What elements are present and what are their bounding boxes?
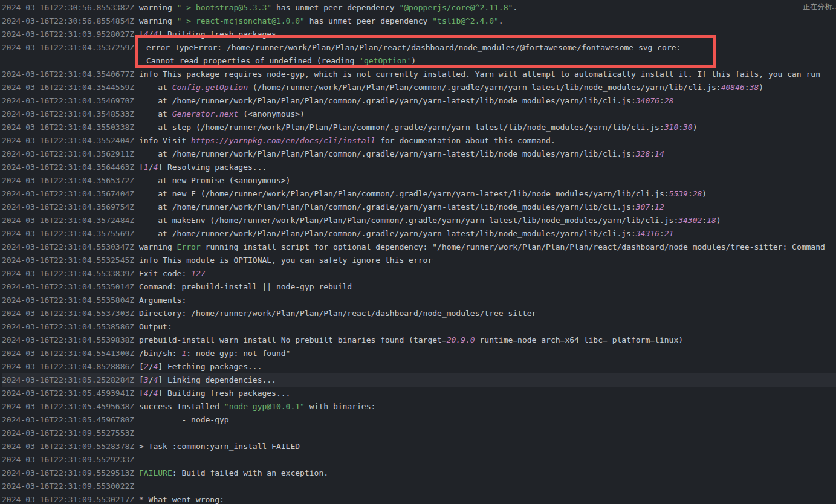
log-line: 2024-03-16T22:31:04.3537259Zerror TypeEr… (2, 41, 836, 54)
log-timestamp: 2024-03-16T22:31:09.5529513Z (2, 467, 139, 480)
log-text: 40846 (721, 83, 745, 92)
log-timestamp: 2024-03-16T22:31:04.5537303Z (2, 307, 139, 320)
log-text: 307 (636, 202, 650, 212)
log-line: 2024-03-16T22:31:04.5537303ZDirectory: /… (2, 307, 836, 320)
log-line: 2024-03-16T22:31:09.5528378Z> Task :comm… (2, 440, 836, 453)
log-text: "node-gyp@10.0.1" (224, 402, 305, 411)
log-line: 2024-03-16T22:31:04.5539838Zprebuild-ins… (2, 334, 836, 347)
log-text: [ (139, 30, 144, 39)
log-text: Command: prebuild-install || node-gyp re… (139, 282, 352, 291)
log-timestamp: 2024-03-16T22:31:04.3552404Z (2, 134, 139, 147)
log-text: Error (177, 242, 201, 251)
log-text: 2 (144, 362, 149, 371)
log-text: warning (139, 242, 177, 251)
log-text: 'getOption' (359, 56, 411, 65)
log-line: 2024-03-16T22:31:04.3567404Z at new F (/… (2, 187, 836, 201)
log-text: 5539 (669, 189, 688, 198)
log-line: 2024-03-16T22:31:05.4593941Z[4/4] Buildi… (2, 387, 836, 400)
log-line: 2024-03-16T22:30:56.8553382Zwarning " > … (2, 1, 836, 15)
log-text: 21 (664, 229, 674, 238)
log-line: 2024-03-16T22:31:04.3572484Z at makeEnv … (2, 214, 836, 227)
log-text: at step (/home/runner/work/Plan/Plan/Pla… (139, 123, 664, 132)
log-text: [ (139, 163, 144, 172)
log-timestamp: 2024-03-16T22:31:04.3567404Z (2, 187, 139, 201)
log-text: prebuild-install warn install No prebuil… (139, 335, 447, 344)
log-text: "tslib@^2.4.0" (432, 16, 499, 25)
log-text: Cannot read properties of undefined (rea… (146, 56, 359, 65)
log-text: ) (693, 123, 698, 132)
log-text: ) (411, 56, 416, 65)
log-timestamp: 2024-03-16T22:31:09.5530217Z (2, 493, 139, 504)
log-timestamp: 2024-03-16T22:31:04.3564463Z (2, 161, 139, 174)
log-text: warning (139, 16, 177, 25)
log-text: ] Building fresh packages... (158, 30, 290, 39)
log-text: . (513, 3, 517, 12)
log-text: 34302 (678, 216, 702, 225)
log-text: 3 (144, 375, 149, 384)
log-text: 28 (693, 189, 702, 198)
log-text: at /home/runner/work/Plan/Plan/Plan/comm… (139, 202, 636, 212)
log-timestamp: 2024-03-16T22:31:09.5530022Z (2, 480, 139, 493)
log-timestamp: 2024-03-16T22:31:04.3548533Z (2, 108, 139, 121)
log-text: (<anonymous>) (238, 109, 305, 118)
log-text: 18 (707, 216, 716, 225)
log-text: * What went wrong: (139, 495, 224, 504)
log-timestamp: 2024-03-16T22:31:04.3572484Z (2, 214, 139, 227)
log-text: Output: (139, 322, 172, 331)
log-timestamp: 2024-03-16T22:31:04.3569754Z (2, 201, 139, 214)
log-text: 34076 (636, 96, 659, 105)
log-timestamp: 2024-03-16T22:31:04.5538586Z (2, 320, 139, 334)
log-text: (/home/runner/work/Plan/Plan/Plan/common… (248, 83, 721, 92)
log-text: success Installed (139, 402, 224, 411)
log-line: 2024-03-16T22:31:04.3575569Z at /home/ru… (2, 227, 836, 241)
log-timestamp: 2024-03-16T22:31:04.5533839Z (2, 267, 139, 280)
log-text: . (499, 16, 504, 25)
log-text: 1 (144, 163, 149, 172)
log-text: 14 (655, 149, 664, 158)
log-text: with binaries: (305, 402, 375, 411)
log-text: - node-gyp (139, 415, 229, 424)
log-text: has unmet peer dependency (305, 16, 432, 25)
log-text: FAILURE (139, 468, 172, 477)
log-text: at /home/runner/work/Plan/Plan/Plan/comm… (139, 229, 636, 238)
log-text: for documentation about this command. (375, 136, 555, 145)
log-line: 2024-03-16T22:31:09.5530022Z (2, 480, 836, 493)
log-text: "@popperjs/core@^2.11.8" (399, 3, 513, 12)
log-text: ] Linking dependencies... (158, 375, 276, 384)
log-text: 30 (683, 123, 693, 132)
log-timestamp: 2024-03-16T22:30:56.8554854Z (2, 15, 139, 28)
log-text: ] Building fresh packages... (158, 389, 290, 398)
log-text: /bin/sh: (139, 349, 181, 358)
log-timestamp: 2024-03-16T22:31:05.4596780Z (2, 413, 139, 427)
log-text: : (745, 83, 750, 92)
log-text: 4 (144, 30, 149, 39)
log-text: Arguments: (139, 296, 186, 305)
log-text: [ (139, 362, 144, 371)
log-text: running install script for optional depe… (201, 242, 825, 251)
log-line: 2024-03-16T22:31:04.3564463Z[1/4] Resolv… (2, 161, 836, 174)
log-line: 2024-03-16T22:31:09.5527553Z (2, 427, 836, 440)
log-line: 2024-03-16T22:31:09.5529233Z (2, 453, 836, 467)
log-text: Generator.next (172, 109, 239, 118)
log-line: 2024-03-16T22:31:04.3569754Z at /home/ru… (2, 201, 836, 214)
log-line: 2024-03-16T22:31:05.4595638Zsuccess Inst… (2, 400, 836, 413)
log-text: at (139, 109, 172, 118)
log-text: 38 (750, 83, 759, 92)
log-text: Directory: /home/runner/work/Plan/Plan/P… (139, 309, 536, 318)
log-text: 127 (191, 269, 205, 278)
log-text: info This module is OPTIONAL, you can sa… (139, 256, 432, 265)
log-text: 12 (655, 202, 664, 212)
log-text: https://yarnpkg.com/en/docs/cli/install (191, 136, 375, 145)
analysis-status-text: 正在分析... (803, 2, 836, 11)
log-text: ) (702, 189, 707, 198)
log-line: 2024-03-16T22:31:04.5535804ZArguments: (2, 294, 836, 307)
log-text: ] Fetching packages... (158, 362, 262, 371)
log-line: 2024-03-16T22:31:04.5541300Z/bin/sh: 1: … (2, 347, 836, 360)
log-line: Cannot read properties of undefined (rea… (2, 54, 836, 68)
log-line: 2024-03-16T22:31:04.5535014ZCommand: pre… (2, 280, 836, 294)
log-timestamp: 2024-03-16T22:31:04.5535014Z (2, 280, 139, 294)
log-text: 310 (664, 123, 678, 132)
log-timestamp: 2024-03-16T22:31:03.9528027Z (2, 28, 139, 41)
log-text: at (139, 83, 172, 92)
log-text: : (659, 96, 664, 105)
